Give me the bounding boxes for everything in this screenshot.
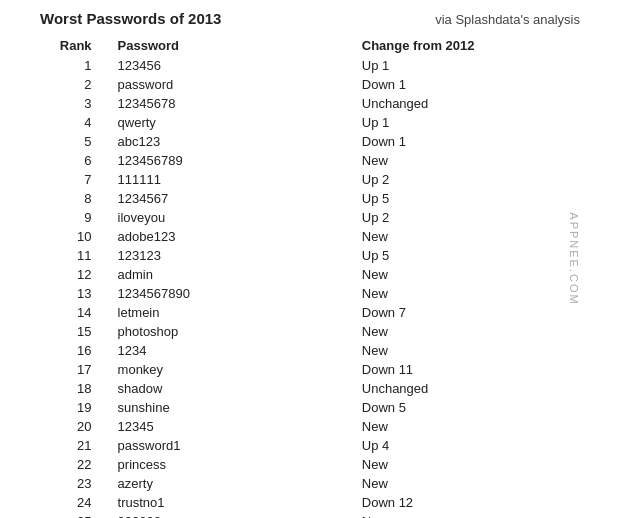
cell-rank: 20 xyxy=(20,417,112,436)
cell-password: 123456 xyxy=(112,56,356,75)
cell-change: Down 1 xyxy=(356,75,600,94)
cell-change: Unchanged xyxy=(356,94,600,113)
table-row: 14letmeinDown 7 xyxy=(20,303,600,322)
cell-rank: 12 xyxy=(20,265,112,284)
cell-password: password1 xyxy=(112,436,356,455)
cell-rank: 25 xyxy=(20,512,112,518)
cell-rank: 21 xyxy=(20,436,112,455)
cell-rank: 15 xyxy=(20,322,112,341)
cell-rank: 22 xyxy=(20,455,112,474)
table-row: 161234New xyxy=(20,341,600,360)
cell-change: New xyxy=(356,341,600,360)
table-row: 2passwordDown 1 xyxy=(20,75,600,94)
table-row: 12adminNew xyxy=(20,265,600,284)
cell-password: 1234567890 xyxy=(112,284,356,303)
cell-password: 123123 xyxy=(112,246,356,265)
table-row: 17monkeyDown 11 xyxy=(20,360,600,379)
cell-password: letmein xyxy=(112,303,356,322)
table-row: 5abc123Down 1 xyxy=(20,132,600,151)
cell-rank: 7 xyxy=(20,170,112,189)
cell-change: New xyxy=(356,284,600,303)
cell-password: admin xyxy=(112,265,356,284)
cell-rank: 19 xyxy=(20,398,112,417)
table-row: 2012345New xyxy=(20,417,600,436)
cell-change: New xyxy=(356,151,600,170)
cell-password: 1234 xyxy=(112,341,356,360)
table-header-row: Rank Password Change from 2012 xyxy=(20,35,600,56)
cell-password: 123456789 xyxy=(112,151,356,170)
cell-password: password xyxy=(112,75,356,94)
cell-password: azerty xyxy=(112,474,356,493)
cell-password: monkey xyxy=(112,360,356,379)
cell-rank: 5 xyxy=(20,132,112,151)
cell-change: Down 5 xyxy=(356,398,600,417)
cell-password: abc123 xyxy=(112,132,356,151)
header-rank: Rank xyxy=(20,35,112,56)
cell-rank: 1 xyxy=(20,56,112,75)
cell-change: New xyxy=(356,455,600,474)
cell-password: photoshop xyxy=(112,322,356,341)
table-row: 23azertyNew xyxy=(20,474,600,493)
table-row: 131234567890New xyxy=(20,284,600,303)
page-container: Worst Passwords of 2013 via Splashdata's… xyxy=(0,0,620,518)
cell-password: qwerty xyxy=(112,113,356,132)
table-row: 18shadowUnchanged xyxy=(20,379,600,398)
cell-rank: 10 xyxy=(20,227,112,246)
title-row: Worst Passwords of 2013 via Splashdata's… xyxy=(20,10,600,27)
cell-change: Up 5 xyxy=(356,246,600,265)
cell-rank: 11 xyxy=(20,246,112,265)
cell-change: Down 12 xyxy=(356,493,600,512)
table-row: 81234567Up 5 xyxy=(20,189,600,208)
cell-password: sunshine xyxy=(112,398,356,417)
table-row: 1123456Up 1 xyxy=(20,56,600,75)
table-row: 21password1Up 4 xyxy=(20,436,600,455)
table-row: 11123123Up 5 xyxy=(20,246,600,265)
cell-change: New xyxy=(356,417,600,436)
table-row: 4qwertyUp 1 xyxy=(20,113,600,132)
cell-change: Up 1 xyxy=(356,113,600,132)
cell-change: New xyxy=(356,512,600,518)
table-row: 25000000New xyxy=(20,512,600,518)
cell-change: Up 4 xyxy=(356,436,600,455)
cell-password: 12345 xyxy=(112,417,356,436)
cell-password: 111111 xyxy=(112,170,356,189)
cell-rank: 2 xyxy=(20,75,112,94)
cell-change: New xyxy=(356,265,600,284)
cell-password: trustno1 xyxy=(112,493,356,512)
table-row: 10adobe123New xyxy=(20,227,600,246)
cell-rank: 8 xyxy=(20,189,112,208)
cell-rank: 14 xyxy=(20,303,112,322)
cell-change: Unchanged xyxy=(356,379,600,398)
table-row: 19sunshineDown 5 xyxy=(20,398,600,417)
table-row: 312345678Unchanged xyxy=(20,94,600,113)
cell-change: Up 1 xyxy=(356,56,600,75)
table-row: 15photoshopNew xyxy=(20,322,600,341)
table-row: 9iloveyouUp 2 xyxy=(20,208,600,227)
header-password: Password xyxy=(112,35,356,56)
cell-change: New xyxy=(356,227,600,246)
cell-rank: 17 xyxy=(20,360,112,379)
table-row: 24trustno1Down 12 xyxy=(20,493,600,512)
cell-change: Up 5 xyxy=(356,189,600,208)
cell-password: 000000 xyxy=(112,512,356,518)
cell-rank: 18 xyxy=(20,379,112,398)
watermark: APPNEE.COM xyxy=(567,212,579,305)
cell-rank: 24 xyxy=(20,493,112,512)
main-title: Worst Passwords of 2013 xyxy=(40,10,221,27)
cell-rank: 3 xyxy=(20,94,112,113)
table-row: 7111111Up 2 xyxy=(20,170,600,189)
cell-password: princess xyxy=(112,455,356,474)
cell-rank: 6 xyxy=(20,151,112,170)
cell-rank: 13 xyxy=(20,284,112,303)
cell-rank: 23 xyxy=(20,474,112,493)
cell-change: Down 1 xyxy=(356,132,600,151)
cell-rank: 4 xyxy=(20,113,112,132)
cell-rank: 9 xyxy=(20,208,112,227)
cell-change: Down 11 xyxy=(356,360,600,379)
cell-change: Up 2 xyxy=(356,170,600,189)
cell-password: adobe123 xyxy=(112,227,356,246)
cell-password: 12345678 xyxy=(112,94,356,113)
cell-rank: 16 xyxy=(20,341,112,360)
cell-change: New xyxy=(356,322,600,341)
passwords-table: Rank Password Change from 2012 1123456Up… xyxy=(20,35,600,518)
